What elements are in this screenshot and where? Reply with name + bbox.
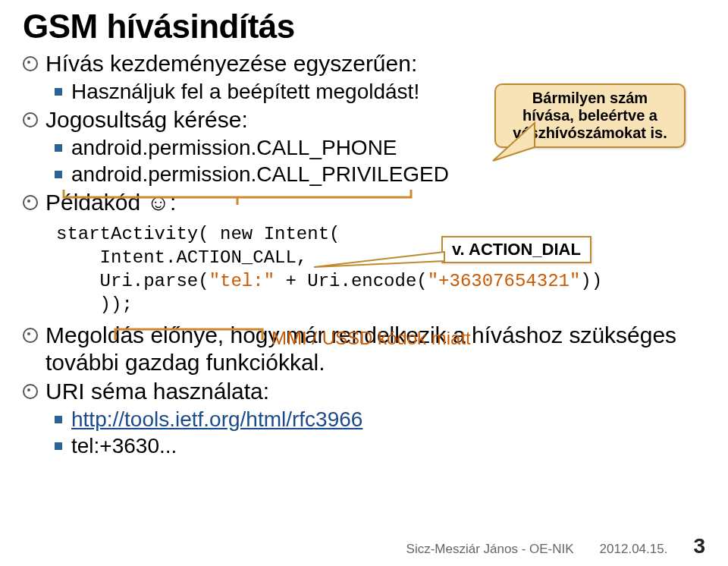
bullet-1: Hívás kezdeményezése egyszerűen: [23,50,705,77]
square-bullet-icon [55,442,62,450]
bullet-text: Használjuk fel a beépített megoldást! [71,79,419,105]
code-line: Uri.parse("tel:" + Uri.encode("+36307654… [56,269,705,293]
callout-small: v. ACTION_DIAL [441,236,592,263]
bullet-text: Példakód ☺: [46,189,176,216]
code-line: Intent.ACTION_CALL, [56,246,705,269]
bullet-text: Jogosultság kérése: [46,106,248,134]
bullet-5a: http://tools.ietf.org/html/rfc3966 [55,407,705,432]
footer: Sicz-Mesziár János - OE-NIK 2012.04.15. … [406,534,705,558]
page-number: 3 [693,534,705,558]
square-bullet-icon [55,416,62,423]
bullet-text: tel:+3630... [71,433,177,459]
callout-big: Bármilyen szám hívása, beleértve a vészh… [494,83,686,148]
bullet-text: android.permission.CALL_PHONE [71,135,397,161]
slide-title: GSM hívásindítás [23,8,705,46]
bullet-text: android.permission.CALL_PRIVILEGED [71,162,449,187]
bullet-text: Hívás kezdeményezése egyszerűen: [46,50,417,77]
code-block: startActivity( new Intent( Intent.ACTION… [56,222,705,317]
code-line: )); [56,293,705,316]
bullet-2b: android.permission.CALL_PRIVILEGED [55,162,705,187]
bullet-eye-icon [23,384,38,399]
bullet-3: Példakód ☺: [23,189,705,216]
footer-author: Sicz-Mesziár János - OE-NIK [406,542,574,557]
square-bullet-icon [55,88,62,96]
square-bullet-icon [55,144,62,152]
bullet-eye-icon [23,112,38,127]
bullet-5: URI séma használata: [23,378,705,405]
bullet-eye-icon [23,328,38,343]
bullet-5b: tel:+3630... [55,433,705,459]
footer-date: 2012.04.15. [600,542,668,557]
bullet-eye-icon [23,195,38,210]
code-line: startActivity( new Intent( [56,222,705,246]
square-bullet-icon [55,171,62,178]
annotation-mmi: MMI / USSD kódok miatt [271,328,471,349]
bullet-eye-icon [23,56,38,71]
link-rfc[interactable]: http://tools.ietf.org/html/rfc3966 [71,407,362,432]
bullet-text: URI séma használata: [46,378,269,405]
